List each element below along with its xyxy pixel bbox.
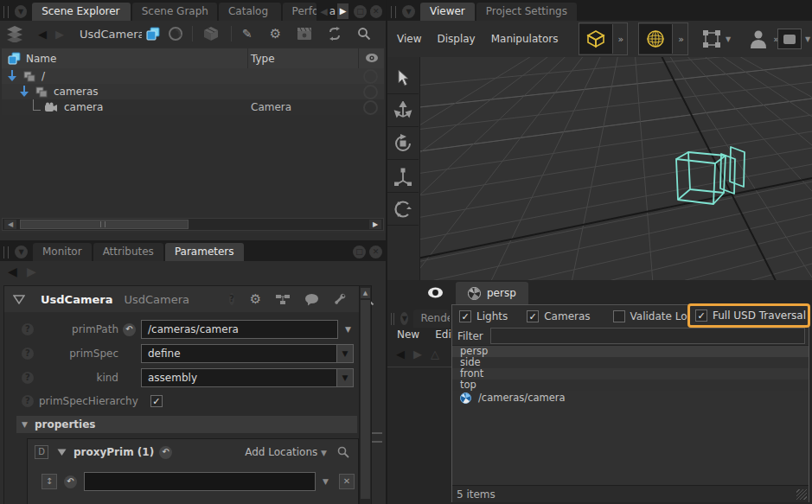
- scale-tool-button[interactable]: [387, 160, 419, 193]
- nav-up-icon[interactable]: △: [431, 348, 439, 360]
- camera-tab-persp[interactable]: persp: [456, 282, 528, 304]
- filter-input[interactable]: [490, 328, 805, 344]
- expander-down-icon[interactable]: [19, 86, 29, 98]
- tab-scroll-right-icon[interactable]: ▶: [337, 3, 348, 19]
- panel-close-icon[interactable]: ✕: [369, 246, 382, 258]
- param-help-icon[interactable]: ?: [22, 348, 34, 360]
- tree-row-cameras[interactable]: cameras: [2, 84, 384, 99]
- settings-gear-icon[interactable]: ⚙: [270, 26, 281, 41]
- list-item-persp[interactable]: persp: [452, 346, 809, 357]
- tab-monitor[interactable]: Monitor: [33, 243, 92, 261]
- row-visibility-toggle[interactable]: [363, 85, 378, 99]
- param-help-icon[interactable]: ?: [22, 372, 34, 384]
- param-help-icon[interactable]: ?: [22, 323, 34, 335]
- proxyPrim-value-field[interactable]: [84, 472, 316, 491]
- scroll-up-icon[interactable]: ▲: [361, 288, 370, 298]
- param-help-icon[interactable]: ?: [22, 395, 34, 407]
- panel-drag-handle[interactable]: [3, 6, 9, 18]
- menu-new[interactable]: New: [389, 329, 427, 341]
- tree-row-camera[interactable]: camera Camera: [2, 99, 384, 115]
- panel-float-icon[interactable]: □: [353, 246, 366, 258]
- nav-back-icon[interactable]: ◀: [396, 348, 405, 360]
- row-visibility-toggle[interactable]: [363, 69, 378, 84]
- shading-mode-button[interactable]: »: [579, 22, 629, 55]
- scroll-right-icon[interactable]: ▶: [369, 220, 381, 229]
- visibility-eye-icon[interactable]: [427, 286, 444, 299]
- tab-parameters[interactable]: Parameters: [165, 243, 244, 261]
- kind-dropdown[interactable]: assembly ▼: [141, 368, 354, 387]
- param-forward-icon[interactable]: ▶: [27, 265, 36, 278]
- tab-catalog[interactable]: Catalog: [219, 3, 281, 21]
- menu-view[interactable]: View: [389, 33, 429, 45]
- param-vscrollbar[interactable]: ▲: [359, 286, 371, 504]
- panel-menu-button[interactable]: ▼: [15, 246, 28, 258]
- list-item-top[interactable]: top: [452, 380, 809, 391]
- viewport-layout-button[interactable]: ▼: [777, 29, 810, 49]
- param-back-icon[interactable]: ◀: [8, 265, 17, 278]
- list-item-front[interactable]: front: [452, 368, 809, 380]
- orbit-tool-button[interactable]: [387, 193, 419, 226]
- tab-render[interactable]: Render: [413, 309, 450, 328]
- resize-grip[interactable]: [796, 489, 807, 500]
- clapperboard-icon[interactable]: [297, 27, 312, 41]
- visibility-eye-icon[interactable]: [365, 52, 379, 64]
- tab-attributes[interactable]: Attributes: [93, 243, 163, 261]
- row-visibility-toggle[interactable]: [363, 100, 378, 115]
- validate-locations-checkbox[interactable]: [613, 310, 625, 322]
- panel-menu-button[interactable]: ▼: [15, 5, 27, 18]
- splitter-handle[interactable]: [372, 432, 382, 443]
- camera-wireframe[interactable]: [387, 57, 812, 280]
- lighting-mode-button[interactable]: »: [638, 22, 688, 55]
- list-item-side[interactable]: side: [452, 357, 809, 368]
- full-usd-traversal-checkbox[interactable]: ✓: [695, 309, 707, 322]
- tree-row-root[interactable]: /: [2, 68, 384, 84]
- sync-arrows-icon[interactable]: [328, 27, 342, 41]
- reset-arrow-icon[interactable]: ↶: [123, 323, 136, 336]
- liveness-icon[interactable]: [168, 26, 183, 41]
- remove-x-icon[interactable]: ✕: [339, 474, 355, 489]
- primSpec-dropdown[interactable]: define ▼: [141, 344, 354, 363]
- comment-bubble-icon[interactable]: [304, 293, 319, 306]
- package-icon[interactable]: [201, 25, 221, 42]
- rotate-tool-button[interactable]: [387, 127, 419, 160]
- tab-project-settings[interactable]: Project Settings: [476, 3, 577, 21]
- scroll-left-icon[interactable]: ◀: [4, 220, 16, 229]
- collapse-triangle-icon[interactable]: [13, 295, 25, 304]
- primSpecHierarchy-checkbox[interactable]: ✓: [150, 395, 163, 407]
- expander-down-icon[interactable]: [7, 70, 17, 82]
- panel-drag-handle[interactable]: [391, 6, 396, 18]
- reset-arrow-icon[interactable]: ↶: [159, 446, 172, 459]
- panel-menu-button[interactable]: ▼: [400, 312, 408, 325]
- search-icon[interactable]: [357, 27, 371, 41]
- select-tool-button[interactable]: [387, 61, 419, 94]
- menu-display[interactable]: Display: [429, 33, 483, 45]
- reorder-handle-icon[interactable]: ↕: [42, 474, 57, 489]
- dropdown-arrow-icon[interactable]: ▼: [323, 477, 329, 486]
- menu-manipulators[interactable]: Manipulators: [483, 33, 566, 45]
- node-settings-gear-icon[interactable]: ⚙: [250, 291, 261, 307]
- tab-scene-explorer[interactable]: Scene Explorer: [32, 3, 131, 21]
- selection-mode-button[interactable]: ▼: [702, 29, 731, 48]
- tab-scroll-left-icon[interactable]: ◀: [320, 6, 327, 17]
- lights-checkbox[interactable]: ✓: [459, 310, 471, 322]
- viewport[interactable]: [387, 57, 812, 280]
- help-icon[interactable]: ?: [229, 293, 234, 305]
- cameras-checkbox[interactable]: ✓: [527, 310, 539, 322]
- nav-forward-icon[interactable]: ▶: [413, 348, 422, 360]
- translate-tool-button[interactable]: [387, 94, 419, 127]
- scrollbar-thumb[interactable]: [361, 300, 370, 499]
- collapse-triangle-icon[interactable]: [57, 449, 67, 456]
- scenegraph-node-icon[interactable]: [145, 26, 161, 41]
- scrollbar-thumb[interactable]: [20, 220, 189, 229]
- edit-pencil-icon[interactable]: ✎: [242, 27, 253, 41]
- panel-menu-button[interactable]: ▼: [402, 5, 415, 18]
- layers-icon[interactable]: [5, 25, 24, 42]
- tree-hscrollbar[interactable]: ◀ ▶: [2, 218, 384, 231]
- primPath-field[interactable]: /cameras/camera: [141, 320, 338, 339]
- panel-drag-handle[interactable]: [3, 246, 9, 258]
- tab-viewer[interactable]: Viewer: [420, 3, 475, 21]
- panel-close-icon[interactable]: ✕: [370, 5, 382, 18]
- reset-arrow-icon[interactable]: ↶: [64, 475, 77, 488]
- panel-drag-handle[interactable]: [391, 313, 394, 325]
- properties-group-header[interactable]: ▼ properties: [16, 416, 357, 433]
